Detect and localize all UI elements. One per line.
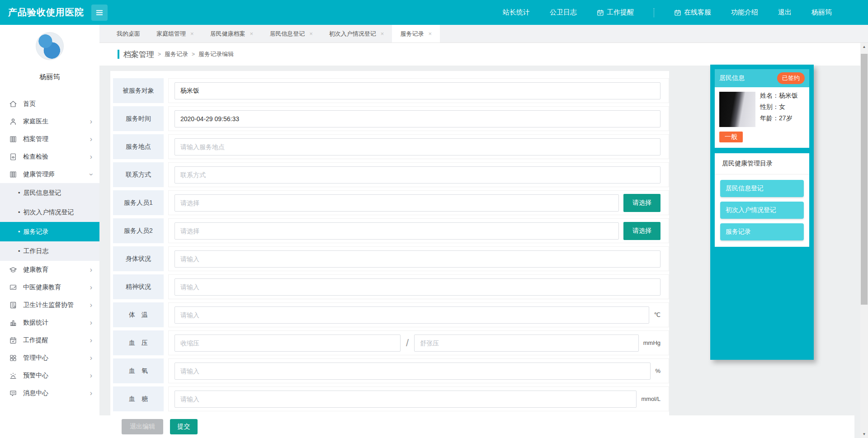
sidebar-item-admin-center[interactable]: 管理中心 ›: [0, 349, 99, 367]
scroll-up-arrow-icon[interactable]: ▲: [860, 43, 868, 51]
unit-label: mmol/L: [641, 396, 660, 402]
chevron-right-icon: ›: [90, 372, 92, 379]
breadcrumb: 档案管理 > 服务记录 > 服务记录编辑: [99, 43, 868, 66]
sidebar-item-sanitation-supervision[interactable]: 卫生计生监督协管 ›: [0, 296, 99, 314]
form-row-mental-condition: 精神状况: [113, 274, 669, 299]
submenu-work-log[interactable]: • 工作日志: [0, 241, 99, 261]
hamburger-menu-button[interactable]: [91, 5, 108, 21]
submenu-resident-info-register[interactable]: • 居民信息登记: [0, 183, 99, 203]
tab-first-visit-register[interactable]: 初次入户情况登记 ×: [321, 25, 392, 42]
service-time-input[interactable]: [175, 110, 660, 127]
nav-online-service[interactable]: 在线客服: [674, 8, 711, 17]
service-target-input[interactable]: [175, 82, 660, 99]
chevron-right-icon: ›: [90, 301, 92, 309]
sidebar-item-data-statistics[interactable]: 数据统计 ›: [0, 314, 99, 331]
tab-bar: 我的桌面 家庭组管理 × 居民健康档案 × 居民信息登记 × 初次入户情况登记 …: [99, 25, 868, 43]
close-icon[interactable]: ×: [381, 25, 384, 42]
service-record-form: 被服务对象 服务时间 服务地点 联系方式 服务人员1 请选择 服务人员2: [110, 71, 669, 416]
chevron-right-icon: ›: [90, 136, 92, 143]
chat-bubble-icon: [9, 389, 17, 397]
sidebar-menu: 首页 家庭医生 › 档案管理 › 检查检验 › 健康管理师 › • 居民信息登记: [0, 95, 99, 402]
graduation-cap-icon: [9, 266, 17, 274]
resident-info-panel: 居民信息 已签约 姓名：杨米饭 性别：女 年龄：27岁 一般 居民健康管理目录 …: [710, 65, 814, 360]
form-row-physical-condition: 身体状况: [113, 246, 669, 271]
tab-family-group[interactable]: 家庭组管理 ×: [148, 25, 202, 42]
vertical-scrollbar[interactable]: ▲ ▼: [860, 43, 868, 438]
nav-work-reminder[interactable]: 工作提醒: [597, 8, 634, 17]
blood-sugar-input[interactable]: [175, 391, 637, 408]
sidebar-item-message-center[interactable]: 消息中心 ›: [0, 384, 99, 402]
sidebar-item-alert-center[interactable]: 预警中心 ›: [0, 367, 99, 384]
report-eye-icon: [9, 153, 17, 161]
alarm-icon: [9, 372, 17, 380]
scrollbar-thumb[interactable]: [861, 54, 868, 305]
nav-feature-intro[interactable]: 功能介绍: [731, 8, 758, 17]
body-temperature-input[interactable]: [175, 306, 649, 324]
contact-input[interactable]: [175, 166, 660, 184]
sidebar-item-health-education[interactable]: 健康教育 ›: [0, 261, 99, 278]
resident-info-card: 居民信息 已签约 姓名：杨米饭 性别：女 年龄：27岁 一般: [715, 69, 809, 148]
nav-site-stats[interactable]: 站长统计: [503, 8, 530, 17]
resident-info-card-body: 姓名：杨米饭 性别：女 年龄：27岁 一般: [715, 87, 809, 148]
breadcrumb-accent-bar: [118, 50, 119, 59]
sidebar-item-work-reminder[interactable]: 工作提醒 ›: [0, 331, 99, 349]
calendar-check-icon: [9, 336, 17, 344]
nav-public-health-log[interactable]: 公卫日志: [550, 8, 577, 17]
sidebar-item-family-doctor[interactable]: 家庭医生 ›: [0, 113, 99, 130]
nav-current-user[interactable]: 杨丽筠: [811, 8, 832, 17]
close-icon[interactable]: ×: [250, 25, 254, 42]
blood-oxygen-input[interactable]: [175, 363, 651, 380]
submenu-first-visit-register[interactable]: • 初次入户情况登记: [0, 203, 99, 222]
tab-resident-info-register[interactable]: 居民信息登记 ×: [261, 25, 321, 42]
sidebar-item-exam-inspection[interactable]: 检查检验 ›: [0, 148, 99, 165]
service-staff-2-select-button[interactable]: 请选择: [623, 222, 660, 240]
submenu-service-record[interactable]: • 服务记录: [0, 222, 99, 241]
form-row-service-place: 服务地点: [113, 134, 669, 159]
catalog-service-record-button[interactable]: 服务记录: [720, 223, 804, 240]
top-header: 产品验收使用医院 站长统计 公卫日志 工作提醒 在线客服 功能介绍 退出 杨丽筠: [0, 0, 868, 25]
service-place-input[interactable]: [175, 138, 660, 155]
sidebar: 杨丽筠 首页 家庭医生 › 档案管理 › 检查检验 › 健康管理师 ›: [0, 25, 99, 438]
catalog-buttons: 居民信息登记 初次入户情况登记 服务记录: [715, 174, 809, 247]
diastolic-pressure-input[interactable]: [414, 334, 639, 352]
service-staff-1-select-button[interactable]: 请选择: [623, 194, 660, 212]
mental-condition-input[interactable]: [175, 278, 660, 296]
service-staff-2-input[interactable]: [175, 222, 619, 240]
document-gear-icon: [9, 301, 17, 309]
close-icon[interactable]: ×: [309, 25, 313, 42]
form-row-contact: 联系方式: [113, 162, 669, 187]
systolic-pressure-input[interactable]: [175, 334, 401, 352]
exit-edit-button[interactable]: 退出编辑: [122, 419, 163, 434]
sidebar-item-health-manager[interactable]: 健康管理师 ›: [0, 165, 99, 183]
sidebar-username: 杨丽筠: [0, 73, 99, 81]
chevron-right-icon: ›: [90, 284, 92, 291]
scroll-down-arrow-icon[interactable]: ▼: [860, 430, 868, 438]
sidebar-item-archive-management[interactable]: 档案管理 ›: [0, 130, 99, 148]
close-icon[interactable]: ×: [428, 25, 432, 42]
physical-condition-input[interactable]: [175, 250, 660, 268]
form-row-blood-pressure: 血 压 / mmHg: [113, 330, 669, 355]
doctor-icon: [9, 118, 17, 126]
sidebar-item-tcm-health-education[interactable]: 中医健康教育 ›: [0, 278, 99, 296]
health-manager-submenu: • 居民信息登记 • 初次入户情况登记 • 服务记录 • 工作日志: [0, 183, 99, 261]
form-row-service-time: 服务时间: [113, 106, 669, 131]
form-action-bar: 退出编辑 提交: [99, 415, 854, 438]
tab-resident-health-archive[interactable]: 居民健康档案 ×: [202, 25, 262, 42]
chevron-right-icon: ›: [90, 337, 92, 344]
tab-my-desktop[interactable]: 我的桌面: [108, 25, 148, 42]
sidebar-item-home[interactable]: 首页: [0, 95, 99, 113]
resident-info-card-header: 居民信息 已签约: [715, 69, 809, 87]
breadcrumb-root: 档案管理: [123, 49, 154, 60]
health-catalog-card: 居民健康管理目录 居民信息登记 初次入户情况登记 服务记录: [715, 153, 809, 247]
form-row-service-staff-1: 服务人员1 请选择: [113, 190, 669, 215]
breadcrumb-item: 服务记录: [165, 50, 188, 58]
service-staff-1-input[interactable]: [175, 194, 619, 212]
submit-button[interactable]: 提交: [170, 419, 198, 434]
nav-logout[interactable]: 退出: [778, 8, 792, 17]
chevron-right-icon: ›: [90, 266, 92, 273]
catalog-first-visit-register-button[interactable]: 初次入户情况登记: [720, 202, 804, 219]
close-icon[interactable]: ×: [190, 25, 194, 42]
user-avatar[interactable]: [36, 32, 64, 60]
catalog-resident-info-register-button[interactable]: 居民信息登记: [720, 180, 804, 197]
tab-service-record[interactable]: 服务记录 ×: [392, 25, 440, 42]
